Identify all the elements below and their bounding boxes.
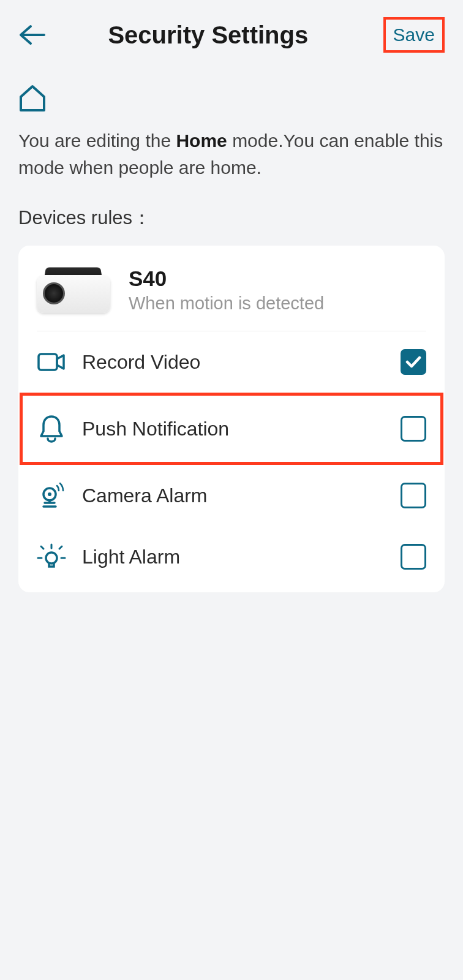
rule-row-push-notification[interactable]: Push Notification [37, 396, 426, 462]
header: Security Settings Save [0, 0, 463, 59]
bell-icon [37, 414, 66, 443]
checkbox-push-notification[interactable] [401, 416, 426, 442]
mode-description: You are editing the Home mode.You can en… [18, 127, 445, 181]
device-rules-card: S40 When motion is detected Record Video [18, 246, 445, 592]
checkbox-light-alarm[interactable] [401, 544, 426, 570]
checkbox-camera-alarm[interactable] [401, 483, 426, 508]
page-title: Security Settings [33, 21, 383, 49]
rule-row-light-alarm[interactable]: Light Alarm [37, 526, 426, 592]
save-button[interactable]: Save [383, 17, 445, 53]
camera-alarm-icon [37, 481, 66, 510]
svg-rect-0 [39, 354, 57, 370]
rule-label: Camera Alarm [82, 484, 385, 507]
video-icon [37, 347, 66, 377]
svg-point-2 [48, 492, 51, 496]
checkbox-record-video[interactable] [401, 349, 426, 375]
highlighted-rule: Push Notification [20, 393, 443, 465]
light-icon [37, 542, 66, 571]
rule-label: Record Video [82, 351, 385, 374]
device-subtitle: When motion is detected [129, 293, 426, 314]
rule-row-record-video[interactable]: Record Video [37, 331, 426, 393]
check-icon [405, 355, 421, 369]
device-header: S40 When motion is detected [37, 246, 426, 331]
rule-label: Light Alarm [82, 546, 385, 568]
rule-row-camera-alarm[interactable]: Camera Alarm [37, 465, 426, 526]
content: You are editing the Home mode.You can en… [0, 59, 463, 592]
device-name: S40 [129, 266, 426, 291]
camera-image [37, 264, 110, 316]
devices-rules-title: Devices rules： [18, 205, 445, 231]
rule-label: Push Notification [82, 418, 385, 440]
svg-point-3 [46, 552, 57, 564]
home-icon [18, 83, 445, 115]
